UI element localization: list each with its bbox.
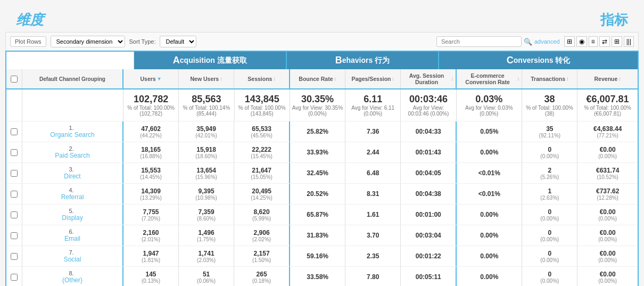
row-pages-session-3: 8.31 bbox=[345, 184, 401, 204]
totals-bounce-rate-cell: 30.35% Avg for View: 30.35% (0.00%) bbox=[290, 89, 345, 121]
row-bounce-rate-6: 59.16% bbox=[290, 246, 345, 266]
row-avg-session-3: 00:04:38 bbox=[401, 184, 457, 204]
row-dimension-6: 7. Social bbox=[22, 246, 123, 266]
pie-view-button[interactable]: ◉ bbox=[576, 36, 587, 47]
table-row: 8. (Other) 145 (0.13%) 51 (0.06%) 265 (0… bbox=[6, 267, 638, 286]
totals-ecommerce-cell: 0.03% Avg for View: 0.03% (0.00%) bbox=[457, 89, 522, 121]
row-checkbox-4[interactable] bbox=[6, 205, 22, 225]
row-dimension-2: 3. Direct bbox=[22, 163, 123, 183]
header-section: 维度 指标 bbox=[5, 5, 639, 32]
row-link-6[interactable]: Social bbox=[64, 256, 81, 263]
row-new-users-7: 51 (0.06%) bbox=[179, 267, 234, 286]
row-ecommerce-0: 0.05% bbox=[457, 121, 522, 142]
row-ecommerce-1: 0.00% bbox=[457, 142, 522, 162]
row-link-5[interactable]: Email bbox=[64, 235, 80, 242]
col-header-checkbox bbox=[6, 69, 22, 88]
row-avg-session-1: 00:01:43 bbox=[401, 142, 457, 162]
totals-revenue-value: €6,007.81 bbox=[587, 94, 629, 105]
row-link-4[interactable]: Display bbox=[62, 214, 82, 222]
row-users-5: 2,160 (2.01%) bbox=[123, 225, 179, 246]
row-transactions-7: 0 (0.00%) bbox=[522, 267, 577, 286]
row-checkbox-2[interactable] bbox=[6, 163, 22, 183]
toolbar-search: 🔍 advanced bbox=[436, 36, 560, 47]
col-header-pages-session[interactable]: Pages/Session ↕ bbox=[345, 69, 401, 88]
compare-button[interactable]: ⇄ bbox=[599, 36, 610, 47]
row-bounce-rate-1: 33.93% bbox=[290, 142, 345, 162]
row-new-users-6: 1,741 (2.03%) bbox=[179, 246, 234, 266]
totals-transactions-cell: 38 % of Total: 100.00% (38) bbox=[522, 89, 577, 121]
totals-transactions-value: 38 bbox=[544, 94, 555, 105]
row-bounce-rate-7: 33.58% bbox=[290, 267, 345, 286]
row-transactions-5: 0 (0.00%) bbox=[522, 225, 577, 246]
row-sessions-2: 21,647 (15.05%) bbox=[234, 163, 290, 183]
row-revenue-2: €631.74 (10.52%) bbox=[577, 163, 638, 183]
list-view-button[interactable]: ≡ bbox=[589, 36, 598, 47]
row-pages-session-0: 7.36 bbox=[345, 121, 401, 142]
conversions-section-header: Conversions 转化 bbox=[439, 52, 638, 69]
column-headers-row: Default Channel Grouping Users ▼ New Use… bbox=[6, 69, 638, 89]
search-icon[interactable]: 🔍 bbox=[524, 38, 532, 46]
pivot-button[interactable]: ⊞ bbox=[612, 36, 622, 47]
toolbar: Plot Rows Secondary dimension Sort Type:… bbox=[5, 32, 639, 51]
row-new-users-0: 35,949 (42.01%) bbox=[179, 121, 234, 142]
row-link-0[interactable]: Organic Search bbox=[50, 131, 94, 138]
col-header-bounce-rate[interactable]: Bounce Rate ↕ bbox=[290, 69, 345, 88]
row-ecommerce-3: <0.01% bbox=[457, 184, 522, 204]
col-header-transactions[interactable]: Transactions ↕ bbox=[522, 69, 577, 88]
data-table: Acquisition 流量获取 Behaviors 行为 Conversion… bbox=[5, 51, 639, 286]
metrics-label: 指标 bbox=[600, 11, 628, 29]
totals-row: 102,782 % of Total: 100.00% (102,782) 85… bbox=[6, 89, 638, 121]
row-checkbox-0[interactable] bbox=[6, 121, 22, 142]
totals-ecommerce-value: 0.03% bbox=[475, 94, 502, 105]
behaviors-section-header: Behaviors 行为 bbox=[287, 52, 440, 69]
col-header-avg-session[interactable]: Avg. Session Duration ↕ bbox=[401, 69, 457, 88]
row-checkbox-5[interactable] bbox=[6, 225, 22, 246]
row-transactions-2: 2 (5.26%) bbox=[522, 163, 577, 183]
row-dimension-7: 8. (Other) bbox=[22, 267, 123, 286]
row-checkbox-6[interactable] bbox=[6, 246, 22, 266]
totals-users-value: 102,782 bbox=[134, 94, 168, 105]
row-new-users-2: 13,654 (15.96%) bbox=[179, 163, 234, 183]
row-bounce-rate-4: 65.87% bbox=[290, 205, 345, 225]
row-checkbox-1[interactable] bbox=[6, 142, 22, 162]
row-avg-session-0: 00:04:33 bbox=[401, 121, 457, 142]
col-header-revenue[interactable]: Revenue ↕ bbox=[577, 69, 638, 88]
settings-button[interactable]: ||| bbox=[624, 36, 634, 47]
row-bounce-rate-5: 31.83% bbox=[290, 225, 345, 246]
row-transactions-0: 35 (92.11%) bbox=[522, 121, 577, 142]
row-pages-session-5: 3.70 bbox=[345, 225, 401, 246]
behaviors-title: ehaviors 行为 bbox=[342, 56, 390, 66]
col-header-ecommerce[interactable]: E-commerce Conversion Rate ↕ bbox=[457, 69, 522, 88]
users-sort-icon: ▼ bbox=[157, 76, 162, 81]
totals-transactions-sub: % of Total: 100.00% (38) bbox=[524, 105, 575, 117]
row-dimension-3: 4. Referral bbox=[22, 184, 123, 204]
totals-avg-session-value: 00:03:46 bbox=[409, 94, 448, 105]
col-header-sessions[interactable]: Sessions ↕ bbox=[234, 69, 290, 88]
row-sessions-1: 22,222 (15.45%) bbox=[234, 142, 290, 162]
row-sessions-0: 65,533 (45.56%) bbox=[234, 121, 290, 142]
totals-bounce-rate-value: 30.35% bbox=[301, 94, 334, 105]
plot-rows-button[interactable]: Plot Rows bbox=[10, 36, 46, 47]
totals-new-users-sub: % of Total: 100.14% (85,444) bbox=[181, 105, 232, 117]
totals-users-cell: 102,782 % of Total: 100.00% (102,782) bbox=[123, 89, 179, 121]
acquisition-letter: A bbox=[173, 55, 180, 66]
totals-avg-session-sub: Avg for View: 00:03:46 (0.00%) bbox=[403, 105, 453, 117]
col-header-new-users[interactable]: New Users ↕ bbox=[179, 69, 234, 88]
search-input[interactable] bbox=[436, 36, 522, 47]
grid-view-button[interactable]: ⊞ bbox=[564, 36, 575, 47]
advanced-link[interactable]: advanced bbox=[534, 38, 560, 45]
row-checkbox-3[interactable] bbox=[6, 184, 22, 204]
row-users-2: 15,553 (14.45%) bbox=[123, 163, 179, 183]
select-all-checkbox[interactable] bbox=[11, 76, 18, 83]
row-avg-session-5: 00:03:04 bbox=[401, 225, 457, 246]
col-header-users[interactable]: Users ▼ bbox=[123, 69, 179, 88]
new-users-sort-icon: ↕ bbox=[220, 76, 222, 81]
row-link-3[interactable]: Referral bbox=[61, 193, 84, 201]
row-checkbox-7[interactable] bbox=[6, 267, 22, 286]
row-link-7[interactable]: (Other) bbox=[62, 276, 82, 284]
sort-type-label: Sort Type: bbox=[129, 38, 156, 45]
secondary-dimension-select[interactable]: Secondary dimension bbox=[51, 36, 125, 47]
row-link-2[interactable]: Direct bbox=[64, 173, 80, 180]
row-link-1[interactable]: Paid Search bbox=[55, 152, 89, 159]
default-sort-select[interactable]: Default bbox=[160, 36, 196, 47]
